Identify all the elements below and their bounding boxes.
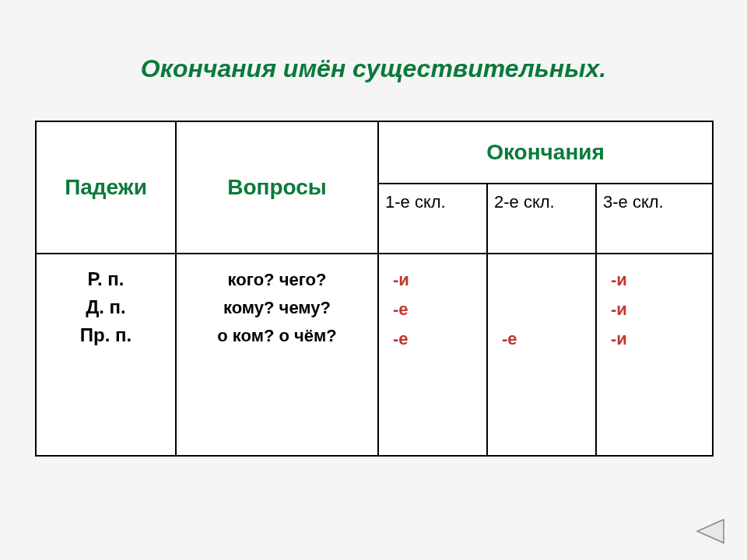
header-cases: Падежи: [36, 121, 176, 254]
back-button[interactable]: [694, 518, 725, 544]
question-dative: кому? чему?: [177, 298, 377, 318]
header-row-1: Падежи Вопросы Окончания: [36, 121, 713, 184]
decl3-genitive: -и: [611, 270, 712, 292]
subheader-decl-1: 1-е скл.: [378, 184, 487, 254]
decl2-dative: [502, 299, 595, 321]
case-dative: Д. п.: [37, 296, 175, 318]
arrow-left-icon: [694, 518, 725, 544]
decl1-dative: -е: [393, 299, 486, 321]
case-prepositional: Пр. п.: [37, 324, 175, 346]
svg-marker-0: [697, 520, 724, 543]
decl3-cell: -и -и -и: [596, 254, 713, 456]
table: Падежи Вопросы Окончания 1-е скл. 2-е ск…: [35, 121, 714, 457]
table-row: Р. п. Д. п. Пр. п. кого? чего? кому? чем…: [36, 254, 713, 456]
header-questions: Вопросы: [176, 121, 378, 254]
case-genitive: Р. п.: [37, 268, 175, 290]
decl2-cell: -е: [487, 254, 596, 456]
decl1-cell: -и -е -е: [378, 254, 487, 456]
decl1-prepositional: -е: [393, 329, 486, 351]
cases-cell: Р. п. Д. п. Пр. п.: [36, 254, 176, 456]
question-prepositional: о ком? о чём?: [177, 326, 377, 346]
page-title: Окончания имён существительных.: [0, 0, 747, 83]
subheader-decl-3: 3-е скл.: [596, 184, 713, 254]
decl3-prepositional: -и: [611, 329, 712, 351]
decl2-prepositional: -е: [502, 329, 595, 351]
noun-endings-table: Падежи Вопросы Окончания 1-е скл. 2-е ск…: [35, 121, 712, 457]
decl3-dative: -и: [611, 299, 712, 321]
question-genitive: кого? чего?: [177, 270, 377, 290]
decl1-genitive: -и: [393, 270, 486, 292]
header-endings: Окончания: [378, 121, 713, 184]
decl2-genitive: [502, 270, 595, 292]
questions-cell: кого? чего? кому? чему? о ком? о чём?: [176, 254, 378, 456]
subheader-decl-2: 2-е скл.: [487, 184, 596, 254]
